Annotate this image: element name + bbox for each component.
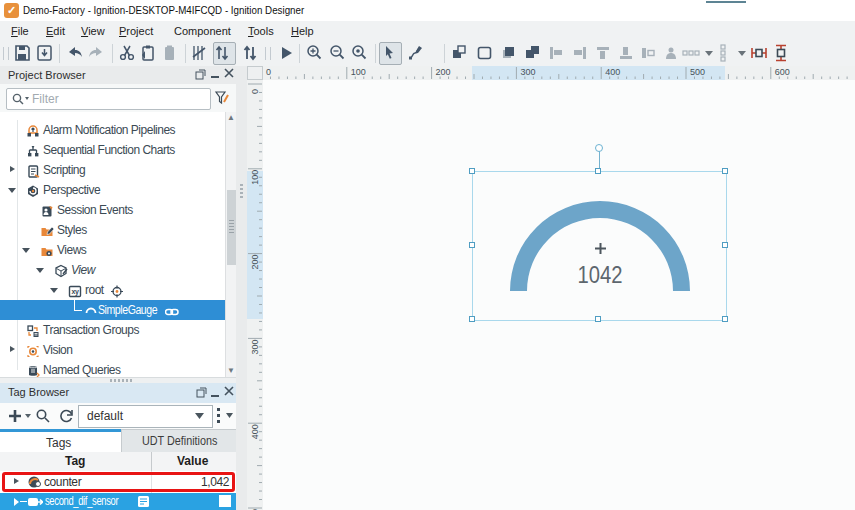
svg-text:0: 0: [250, 89, 260, 94]
svg-text:100: 100: [250, 170, 260, 185]
svg-text:200: 200: [436, 67, 451, 77]
svg-text:300: 300: [520, 67, 535, 77]
svg-text:500: 500: [690, 67, 705, 77]
svg-text:400: 400: [250, 424, 260, 439]
svg-text:300: 300: [250, 339, 260, 354]
svg-text:200: 200: [250, 255, 260, 270]
svg-text:600: 600: [775, 67, 790, 77]
svg-text:100: 100: [351, 67, 366, 77]
svg-text:0: 0: [266, 67, 271, 77]
svg-text:400: 400: [605, 67, 620, 77]
svg-text:xy: xy: [72, 288, 79, 296]
